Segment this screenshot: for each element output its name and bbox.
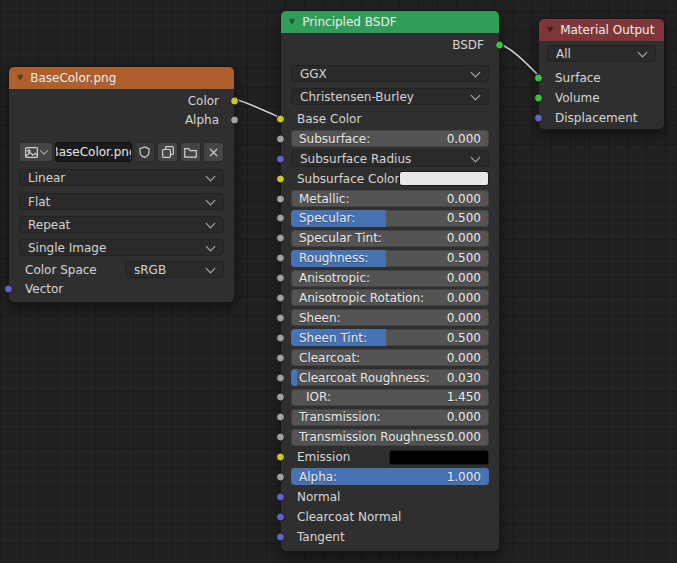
input-row-roughness: Roughness: 0.500 [281, 248, 499, 268]
socket-metallic[interactable] [276, 194, 285, 203]
color-space-row: Color Space sRGB [9, 261, 234, 278]
image-browse-menu[interactable] [19, 142, 53, 162]
slider-alpha[interactable]: Alpha: 1.000 [291, 468, 489, 485]
input-row-sheen: Sheen: 0.000 [281, 308, 499, 328]
slider-specular-tint[interactable]: Specular Tint: 0.000 [291, 230, 489, 247]
slider-metallic[interactable]: Metallic: 0.000 [291, 190, 489, 207]
emission-color-swatch[interactable] [389, 450, 489, 465]
socket-bsdf-output[interactable] [495, 40, 504, 49]
node-editor-canvas[interactable]: ▼ BaseColor.png Color Alpha BaseColor.pn… [0, 0, 677, 563]
socket-emission[interactable] [276, 453, 285, 462]
folder-icon [184, 147, 197, 158]
duplicate-image-button[interactable] [157, 142, 178, 162]
socket-transmission[interactable] [276, 413, 285, 422]
output-row-alpha: Alpha [9, 110, 234, 129]
input-row-clearcoat: Clearcoat: 0.000 [281, 348, 499, 368]
node-image-texture[interactable]: ▼ BaseColor.png Color Alpha BaseColor.pn… [8, 66, 235, 303]
socket-sheen-tint[interactable] [276, 333, 285, 342]
socket-displacement[interactable] [534, 114, 543, 123]
collapse-icon[interactable]: ▼ [17, 74, 23, 82]
input-row-subsurface-radius: Subsurface Radius [281, 149, 499, 169]
socket-subsurface-color[interactable] [276, 174, 285, 183]
slider-transmission-roughness[interactable]: Transmission Roughness: 0.000 [291, 429, 489, 446]
socket-clearcoat-normal[interactable] [276, 512, 285, 521]
distribution-dropdown[interactable]: GGX [291, 65, 489, 82]
socket-ior[interactable] [276, 393, 285, 402]
subsurface-radius-dropdown[interactable]: Subsurface Radius [291, 150, 489, 167]
image-texture-header[interactable]: ▼ BaseColor.png [9, 67, 234, 89]
slider-specular[interactable]: Specular: 0.500 [291, 210, 489, 227]
socket-anisotropic-rotation[interactable] [276, 293, 285, 302]
slider-subsurface[interactable]: Subsurface: 0.000 [291, 130, 489, 147]
target-dropdown[interactable]: All [547, 45, 656, 62]
image-name-field[interactable]: BaseColor.png [55, 142, 132, 162]
wire-color-to-basecolor [235, 99, 281, 118]
input-row-subsurface: Subsurface: 0.000 [281, 129, 499, 149]
output-row-bsdf: BSDF [281, 35, 499, 54]
socket-alpha-output[interactable] [230, 115, 239, 124]
subsurface-method-dropdown[interactable]: Christensen-Burley [291, 88, 489, 105]
input-row-tangent: Tangent [281, 527, 499, 547]
slider-anisotropic[interactable]: Anisotropic: 0.000 [291, 270, 489, 287]
color-space-dropdown[interactable]: sRGB [125, 261, 224, 278]
socket-surface[interactable] [534, 74, 543, 83]
chevron-down-icon [206, 218, 216, 228]
output-label-alpha: Alpha [185, 113, 219, 127]
number-field-ior[interactable]: IOR: 1.450 [291, 389, 489, 406]
socket-transmission-roughness[interactable] [276, 433, 285, 442]
material-output-header[interactable]: ▼ Material Output [539, 19, 664, 41]
input-row-volume: Volume [539, 88, 664, 108]
image-datablock-row: BaseColor.png × [19, 142, 224, 162]
close-icon: × [208, 145, 220, 159]
input-row-alpha: Alpha: 1.000 [281, 467, 499, 487]
input-row-normal: Normal [281, 487, 499, 507]
socket-base-color[interactable] [276, 114, 285, 123]
socket-clearcoat[interactable] [276, 353, 285, 362]
output-label-color: Color [188, 94, 219, 108]
socket-subsurface[interactable] [276, 134, 285, 143]
socket-vector-input[interactable] [4, 285, 13, 294]
output-row-color: Color [9, 91, 234, 110]
extension-dropdown[interactable]: Repeat [19, 216, 224, 233]
slider-roughness[interactable]: Roughness: 0.500 [291, 250, 489, 267]
node-material-output[interactable]: ▼ Material Output All Surface Volume Dis… [538, 18, 665, 130]
socket-volume[interactable] [534, 94, 543, 103]
chevron-down-icon [471, 67, 481, 77]
fake-user-button[interactable] [134, 142, 155, 162]
subsurface-color-swatch[interactable] [399, 171, 489, 186]
projection-dropdown[interactable]: Flat [19, 193, 224, 210]
collapse-icon[interactable]: ▼ [289, 18, 295, 26]
slider-anisotropic-rotation[interactable]: Anisotropic Rotation: 0.000 [291, 289, 489, 306]
chevron-down-icon [206, 171, 216, 181]
collapse-icon[interactable]: ▼ [547, 26, 553, 34]
slider-clearcoat-roughness[interactable]: Clearcoat Roughness: 0.030 [291, 369, 489, 386]
socket-tangent[interactable] [276, 532, 285, 541]
socket-subsurface-radius[interactable] [276, 154, 285, 163]
input-row-ior: IOR: 1.450 [281, 387, 499, 407]
interpolation-dropdown[interactable]: Linear [19, 169, 224, 186]
socket-roughness[interactable] [276, 254, 285, 263]
socket-anisotropic[interactable] [276, 274, 285, 283]
socket-alpha[interactable] [276, 472, 285, 481]
source-dropdown[interactable]: Single Image [19, 239, 224, 256]
open-image-button[interactable] [180, 142, 201, 162]
node-principled-bsdf[interactable]: ▼ Principled BSDF BSDF GGX Christensen-B… [280, 10, 500, 552]
slider-sheen-tint[interactable]: Sheen Tint: 0.500 [291, 329, 489, 346]
socket-specular-tint[interactable] [276, 234, 285, 243]
socket-normal[interactable] [276, 492, 285, 501]
input-row-clearcoat-roughness: Clearcoat Roughness: 0.030 [281, 368, 499, 388]
socket-clearcoat-roughness[interactable] [276, 373, 285, 382]
slider-clearcoat[interactable]: Clearcoat: 0.000 [291, 349, 489, 366]
principled-header[interactable]: ▼ Principled BSDF [281, 11, 499, 33]
socket-sheen[interactable] [276, 313, 285, 322]
slider-transmission[interactable]: Transmission: 0.000 [291, 409, 489, 426]
socket-specular[interactable] [276, 214, 285, 223]
socket-color-output[interactable] [230, 96, 239, 105]
slider-sheen[interactable]: Sheen: 0.000 [291, 309, 489, 326]
shield-icon [139, 146, 150, 158]
node-title: Material Output [560, 23, 654, 37]
input-row-subsurface-color: Subsurface Color [281, 169, 499, 189]
input-row-surface: Surface [539, 68, 664, 88]
chevron-down-icon [471, 152, 481, 162]
unlink-image-button[interactable]: × [203, 142, 224, 162]
